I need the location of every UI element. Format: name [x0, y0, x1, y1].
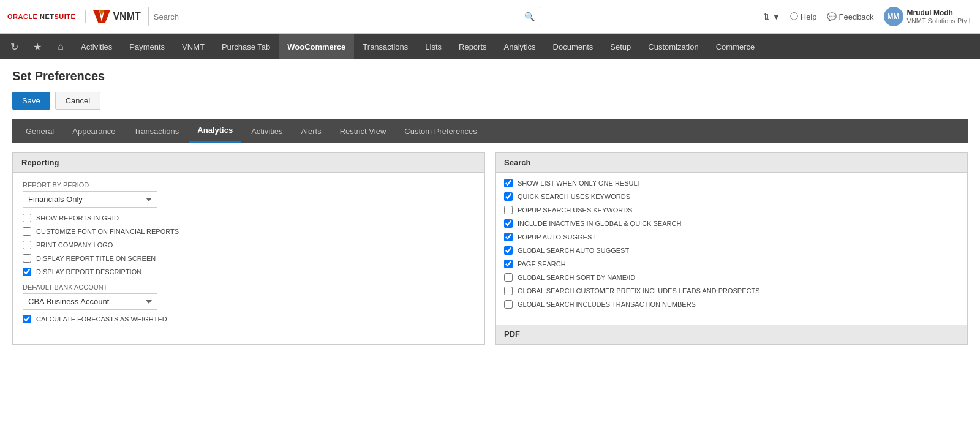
include-inactives-checkbox[interactable] — [504, 219, 513, 228]
nav-activities[interactable]: Activities — [72, 34, 121, 59]
reporting-panel: Reporting REPORT BY PERIOD Financials On… — [12, 152, 485, 345]
search-bar[interactable]: 🔍 — [148, 7, 540, 26]
display-title-label: DISPLAY REPORT TITLE ON SCREEN — [36, 255, 156, 262]
back-btn[interactable]: ↻ — [2, 34, 26, 59]
import-export-btn[interactable]: ⇅ ▼ — [763, 12, 780, 21]
sub-nav: General Appearance Transactions Analytic… — [12, 119, 968, 143]
calc-forecasts-checkbox[interactable] — [23, 315, 31, 323]
feedback-btn[interactable]: 💬 Feedback — [827, 12, 874, 21]
reporting-panel-header: Reporting — [13, 153, 484, 173]
save-button[interactable]: Save — [12, 92, 50, 110]
global-customer-prefix-checkbox[interactable] — [504, 287, 513, 295]
show-reports-grid-row: SHOW REPORTS IN GRID — [23, 214, 475, 222]
user-avatar: MM — [884, 7, 903, 26]
page-search-label: PAGE SEARCH — [518, 260, 566, 268]
nav-reports[interactable]: Reports — [450, 34, 496, 59]
favorites-btn[interactable]: ★ — [26, 34, 49, 59]
nav-commerce[interactable]: Commerce — [707, 34, 764, 59]
calc-forecasts-label: CALCULATE FORECASTS AS WEIGHTED — [36, 315, 167, 323]
show-list-one-row: SHOW LIST WHEN ONLY ONE RESULT — [504, 179, 959, 187]
tab-activities[interactable]: Activities — [243, 119, 291, 143]
global-sort-name-label: GLOBAL SEARCH SORT BY NAME/ID — [518, 274, 635, 281]
popup-auto-suggest-label: POPUP AUTO SUGGEST — [518, 233, 596, 241]
global-auto-suggest-checkbox[interactable] — [504, 246, 513, 255]
popup-search-keywords-row: POPUP SEARCH USES KEYWORDS — [504, 206, 959, 214]
user-text: Mrudul Modh VNMT Solutions Pty L — [907, 9, 973, 24]
import-export-icon: ⇅ — [763, 12, 770, 21]
page-search-checkbox[interactable] — [504, 260, 513, 268]
nav-payments[interactable]: Payments — [121, 34, 173, 59]
print-logo-label: PRINT COMPANY LOGO — [36, 241, 113, 249]
display-description-row: DISPLAY REPORT DESCRIPTION — [23, 268, 475, 276]
netsuite-text: NET — [40, 13, 55, 20]
default-bank-select[interactable]: CBA Business Account Other Account — [23, 293, 157, 310]
oracle-logo: ORACLE NETSUITE — [7, 13, 75, 20]
default-bank-group: DEFAULT BANK ACCOUNT CBA Business Accoun… — [23, 283, 475, 310]
global-transaction-numbers-checkbox[interactable] — [504, 300, 513, 309]
tab-custom-preferences[interactable]: Custom Preferences — [396, 119, 486, 143]
nav-documents[interactable]: Documents — [545, 34, 602, 59]
customize-font-checkbox[interactable] — [23, 227, 31, 236]
show-list-one-checkbox[interactable] — [504, 179, 513, 187]
search-input[interactable] — [154, 12, 524, 21]
help-icon: ⓘ — [790, 11, 798, 22]
global-transaction-numbers-label: GLOBAL SEARCH INCLUDES TRANSACTION NUMBE… — [518, 301, 696, 308]
global-auto-suggest-row: GLOBAL SEARCH AUTO SUGGEST — [504, 246, 959, 255]
nav-lists[interactable]: Lists — [417, 34, 450, 59]
page-search-row: PAGE SEARCH — [504, 260, 959, 268]
popup-auto-suggest-checkbox[interactable] — [504, 233, 513, 241]
search-panel: Search SHOW LIST WHEN ONLY ONE RESULT QU… — [495, 152, 968, 345]
report-by-period-select[interactable]: Financials Only All None — [23, 191, 157, 208]
feedback-label: Feedback — [839, 12, 874, 21]
tab-appearance[interactable]: Appearance — [64, 119, 124, 143]
popup-auto-suggest-row: POPUP AUTO SUGGEST — [504, 233, 959, 241]
customize-font-label: CUSTOMIZE FONT ON FINANCIAL REPORTS — [36, 228, 179, 235]
header-right: ⇅ ▼ ⓘ Help 💬 Feedback MM Mrudul Modh VNM… — [763, 7, 973, 26]
global-customer-prefix-row: GLOBAL SEARCH CUSTOMER PREFIX INCLUDES L… — [504, 287, 959, 295]
global-sort-name-checkbox[interactable] — [504, 273, 513, 282]
quick-search-keywords-row: QUICK SEARCH USES KEYWORDS — [504, 192, 959, 201]
nav-purchase-tab[interactable]: Purchase Tab — [213, 34, 279, 59]
nav-customization[interactable]: Customization — [639, 34, 707, 59]
print-logo-checkbox[interactable] — [23, 241, 31, 249]
user-company: VNMT Solutions Pty L — [907, 17, 973, 24]
nav-woocommerce[interactable]: WooCommerce — [279, 34, 354, 59]
show-reports-grid-label: SHOW REPORTS IN GRID — [36, 214, 119, 222]
help-btn[interactable]: ⓘ Help — [790, 11, 817, 22]
feedback-icon: 💬 — [827, 12, 837, 21]
tab-analytics[interactable]: Analytics — [189, 119, 241, 143]
display-description-label: DISPLAY REPORT DESCRIPTION — [36, 268, 141, 276]
default-bank-label: DEFAULT BANK ACCOUNT — [23, 283, 475, 291]
quick-search-keywords-checkbox[interactable] — [504, 192, 513, 201]
nav-transactions[interactable]: Transactions — [354, 34, 417, 59]
tab-alerts[interactable]: Alerts — [292, 119, 330, 143]
top-header: ORACLE NETSUITE VNMT 🔍 ⇅ ▼ ⓘ Help 💬 Feed… — [0, 0, 980, 34]
search-panel-header: Search — [496, 153, 967, 173]
nav-vnmt[interactable]: VNMT — [173, 34, 213, 59]
display-description-checkbox[interactable] — [23, 268, 31, 276]
cancel-button[interactable]: Cancel — [55, 92, 100, 110]
calc-forecasts-row: CALCULATE FORECASTS AS WEIGHTED — [23, 315, 475, 323]
nav-setup[interactable]: Setup — [601, 34, 639, 59]
tab-general[interactable]: General — [17, 119, 62, 143]
nav-analytics[interactable]: Analytics — [496, 34, 545, 59]
tab-transactions[interactable]: Transactions — [125, 119, 187, 143]
global-sort-name-row: GLOBAL SEARCH SORT BY NAME/ID — [504, 273, 959, 282]
popup-search-keywords-checkbox[interactable] — [504, 206, 513, 214]
display-title-checkbox[interactable] — [23, 254, 31, 263]
help-label: Help — [801, 12, 817, 21]
include-inactives-label: INCLUDE INACTIVES IN GLOBAL & QUICK SEAR… — [518, 220, 681, 227]
show-reports-grid-checkbox[interactable] — [23, 214, 31, 222]
page-title: Set Preferences — [12, 69, 968, 83]
tab-restrict-view[interactable]: Restrict View — [331, 119, 395, 143]
user-info[interactable]: MM Mrudul Modh VNMT Solutions Pty L — [884, 7, 973, 26]
home-btn[interactable]: ⌂ — [49, 34, 72, 59]
report-by-period-label: REPORT BY PERIOD — [23, 181, 475, 189]
vnmt-logo-icon — [93, 10, 110, 23]
print-logo-row: PRINT COMPANY LOGO — [23, 241, 475, 249]
quick-search-keywords-label: QUICK SEARCH USES KEYWORDS — [518, 193, 630, 200]
popup-search-keywords-label: POPUP SEARCH USES KEYWORDS — [518, 206, 632, 214]
nav-bar: ↻ ★ ⌂ Activities Payments VNMT Purchase … — [0, 34, 980, 59]
user-name: Mrudul Modh — [907, 9, 973, 17]
page-content: Set Preferences Save Cancel General Appe… — [0, 59, 980, 355]
